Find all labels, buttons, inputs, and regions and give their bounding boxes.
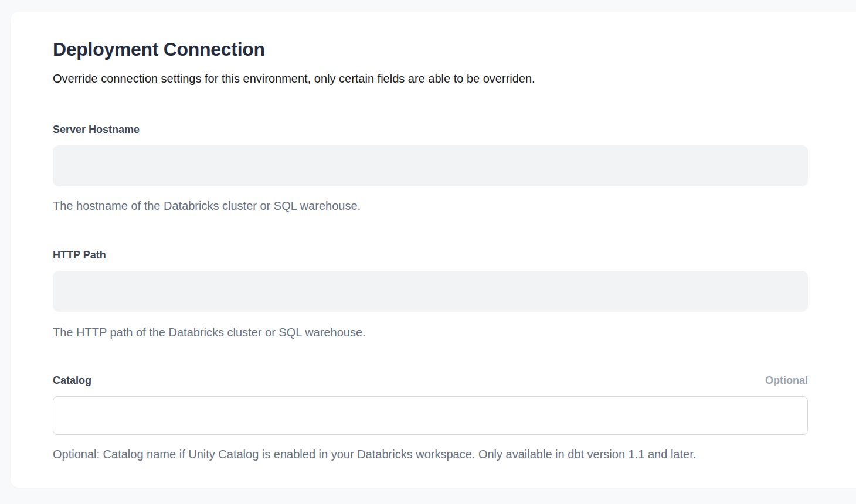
server-hostname-helper: The hostname of the Databricks cluster o… (53, 198, 808, 213)
server-hostname-label: Server Hostname (53, 123, 140, 136)
page-subtitle: Override connection settings for this en… (53, 70, 808, 87)
catalog-label-row: Catalog Optional (53, 374, 808, 387)
deployment-connection-card: Deployment Connection Override connectio… (11, 12, 856, 488)
field-catalog: Catalog Optional Optional: Catalog name … (53, 374, 808, 462)
catalog-optional-badge: Optional (765, 374, 808, 387)
card-content: Deployment Connection Override connectio… (11, 12, 808, 462)
catalog-label: Catalog (53, 374, 91, 387)
http-path-helper: The HTTP path of the Databricks cluster … (53, 325, 808, 340)
http-path-label: HTTP Path (53, 248, 106, 261)
catalog-helper: Optional: Catalog name if Unity Catalog … (53, 447, 808, 462)
server-hostname-input (53, 145, 808, 186)
http-path-label-row: HTTP Path (53, 248, 808, 261)
page-title: Deployment Connection (53, 38, 808, 61)
http-path-input (53, 271, 808, 312)
catalog-input[interactable] (53, 396, 808, 435)
field-http-path: HTTP Path The HTTP path of the Databrick… (53, 248, 808, 340)
field-server-hostname: Server Hostname The hostname of the Data… (53, 123, 808, 213)
server-hostname-label-row: Server Hostname (53, 123, 808, 136)
